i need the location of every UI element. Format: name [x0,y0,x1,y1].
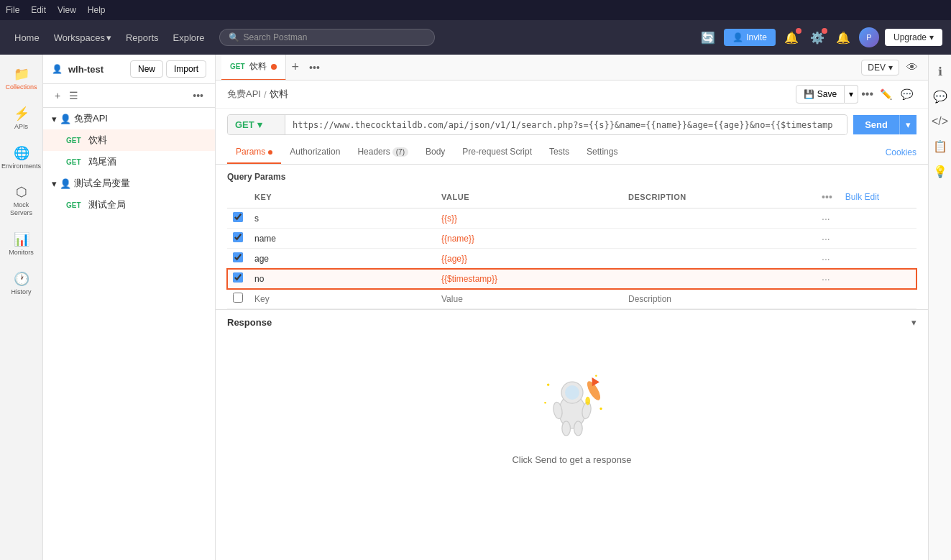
edit-icon-btn[interactable]: ✏️ [876,85,896,104]
params-table: KEY VALUE DESCRIPTION ••• Bulk Edit [227,186,916,309]
cookies-link[interactable]: Cookies [886,142,916,163]
row1-more-button[interactable]: ··· [822,213,830,224]
more-options-btn[interactable]: ••• [190,88,206,103]
row3-checkbox[interactable] [233,252,243,262]
table-row: {{s}} ··· [227,208,916,229]
row3-desc-cell [622,249,816,269]
row4-desc-input[interactable] [628,274,810,284]
req-tab-settings[interactable]: Settings [578,141,626,164]
req-tab-headers[interactable]: Headers(7) [349,141,417,164]
tab-drink[interactable]: GET 饮料 [221,55,286,81]
right-lightbulb-icon-btn[interactable]: 💡 [929,160,952,183]
request-tabs: Params Authorization Headers(7) Body Pre… [216,141,928,165]
row1-desc-input[interactable] [628,214,810,224]
new-tab-button[interactable]: + [286,60,305,75]
tabs-area: GET 饮料 + ••• DEV ▾ 👁 免费API / 饮料 [216,55,928,560]
sidebar-item-history[interactable]: 🕐 History [1,265,42,302]
row4-more-button[interactable]: ··· [822,273,830,285]
collections-icon: 📁 [14,66,29,82]
breadcrumb-parent[interactable]: 免费API [227,88,261,101]
right-comment-icon-btn[interactable]: 💬 [929,86,952,108]
svg-point-6 [574,421,582,436]
header-search[interactable]: 🔍 Search Postman [219,29,435,46]
menu-file[interactable]: File [6,5,19,15]
row4-checkbox[interactable] [233,272,243,283]
sync-icon-btn[interactable]: 🔄 [698,28,718,47]
save-button[interactable]: 💾 Save [796,85,845,104]
sidebar-item-monitors[interactable]: 📊 Monitors [1,226,42,262]
notifications-icon-btn[interactable]: 🔔 [781,28,801,47]
nav-home[interactable]: Home [9,29,45,46]
bulk-edit-button[interactable]: Bulk Edit [844,191,881,203]
row4-key-cell [249,269,436,289]
sidebar-collections-label: Collections [5,83,37,91]
row3-more-button[interactable]: ··· [822,253,830,265]
row2-checkbox[interactable] [233,232,243,242]
eye-icon-btn[interactable]: 👁 [902,57,922,78]
right-code-icon-btn[interactable]: </> [927,111,951,132]
table-more-button[interactable]: ••• [822,191,832,203]
empty-value-input[interactable] [441,294,617,304]
right-info-icon-btn[interactable]: ℹ [934,60,947,83]
tree-item-drink[interactable]: GET 饮料 [43,129,215,151]
menu-edit[interactable]: Edit [31,5,46,15]
sidebar-item-mock-servers[interactable]: ⬡ Mock Servers [1,178,42,223]
nav-explore[interactable]: Explore [167,29,211,46]
req-tab-authorization[interactable]: Authorization [281,141,349,164]
response-expand-button[interactable]: ▾ [911,317,916,328]
row2-more-button[interactable]: ··· [822,233,830,244]
alerts-icon-btn[interactable]: 🔔 [833,28,853,47]
save-dropdown-button[interactable]: ▾ [845,85,858,104]
menu-help[interactable]: Help [88,5,106,15]
sidebar-header-buttons: New Import [130,60,206,78]
request-panel: 免费API / 饮料 💾 Save ▾ ••• ✏️ 💬 [216,81,928,560]
row1-key-input[interactable] [254,214,430,224]
row3-desc-input[interactable] [628,254,810,264]
right-bookmark-icon-btn[interactable]: 📋 [929,135,952,157]
sidebar-item-apis[interactable]: ⚡ APIs [1,100,42,137]
request-more-button[interactable]: ••• [858,85,876,104]
send-dropdown-button[interactable]: ▾ [899,115,916,134]
avatar[interactable]: P [859,27,879,47]
history-icon: 🕐 [14,271,29,287]
method-label-get3: GET [66,201,81,209]
sort-btn[interactable]: ☰ [66,88,81,103]
settings-icon-btn[interactable]: ⚙️ [807,28,827,47]
row2-desc-input[interactable] [628,234,810,244]
nav-reports[interactable]: Reports [120,29,165,46]
row3-key-input[interactable] [254,254,430,264]
row4-key-input[interactable] [254,274,430,284]
req-tab-tests[interactable]: Tests [541,141,578,164]
tree-item-cocktail[interactable]: GET 鸡尾酒 [43,151,215,173]
collection-group-mianfei[interactable]: ▾ 👤 免费API [43,108,215,129]
req-tab-params[interactable]: Params [227,141,281,164]
url-input[interactable] [285,116,847,134]
invite-button[interactable]: 👤 Invite [724,29,776,46]
row1-key-cell [249,208,436,229]
empty-checkbox[interactable] [233,293,243,303]
row1-checkbox[interactable] [233,212,243,222]
req-tab-pre-request[interactable]: Pre-request Script [454,141,541,164]
item-name-drink: 饮料 [88,134,107,147]
tree-item-global[interactable]: GET 测试全局 [43,194,215,216]
sidebar-item-collections[interactable]: 📁 Collections [1,60,42,97]
send-button[interactable]: Send [853,115,899,134]
nav-workspaces[interactable]: Workspaces ▾ [48,29,117,46]
upgrade-button[interactable]: Upgrade ▾ [885,29,942,46]
import-button[interactable]: Import [166,60,206,78]
empty-desc-input[interactable] [628,294,810,304]
empty-key-input[interactable] [254,294,430,304]
sidebar-item-environments[interactable]: 🌐 Environments [1,139,42,176]
row2-key-input[interactable] [254,234,430,244]
new-button[interactable]: New [130,60,163,78]
menu-view[interactable]: View [58,5,76,15]
env-select-dropdown[interactable]: DEV ▾ [861,60,899,75]
method-select[interactable]: GET ▾ [228,115,285,134]
collection-group-test[interactable]: ▾ 👤 测试全局变量 [43,173,215,194]
comment-icon-btn[interactable]: 💬 [897,85,916,104]
row4-check-cell [227,269,249,289]
add-collection-btn[interactable]: + [52,88,63,103]
breadcrumb-current: 饮料 [270,88,288,101]
req-tab-body[interactable]: Body [417,141,454,164]
tab-more-button[interactable]: ••• [305,62,324,73]
